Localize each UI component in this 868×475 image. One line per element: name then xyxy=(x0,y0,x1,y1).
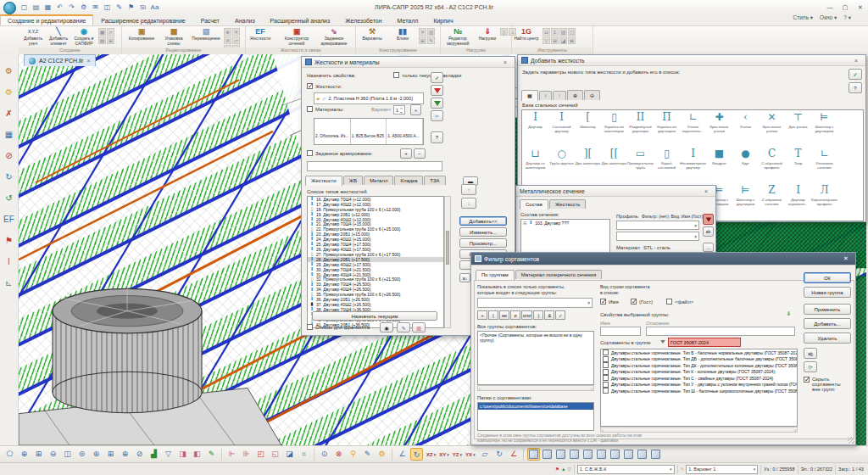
tab-steel-sections[interactable]: ▦ xyxy=(521,90,538,101)
element-flag-icon[interactable]: ⊪ xyxy=(240,448,253,461)
cut-button[interactable]: ✂ xyxy=(431,110,443,121)
entry-checkbox[interactable] xyxy=(603,369,609,375)
entry-checkbox[interactable] xyxy=(603,362,609,368)
add-from-base-button[interactable]: Добавить<< xyxy=(459,216,507,226)
operator-button[interactable]: ) xyxy=(533,310,543,320)
help-button[interactable]: ? xyxy=(849,82,862,93)
new-group-button[interactable]: Новая группа xyxy=(804,287,851,298)
section-type-cell[interactable]: Ι Несимметричный двутавр xyxy=(680,147,706,183)
loadcase-combo[interactable]: 1. Вариант 1▾ xyxy=(686,465,758,474)
cube-view-button[interactable] xyxy=(527,448,540,461)
variant-spinner[interactable]: 1⏶⏷ xyxy=(393,105,405,115)
entries-hscroll[interactable]: ‹› xyxy=(600,427,798,433)
zoom-out-icon[interactable]: ⊗ xyxy=(332,448,345,461)
quick-access-icon[interactable]: Si xyxy=(138,3,147,12)
filter-tab[interactable]: По группам xyxy=(476,270,515,280)
grid-select-icon[interactable]: ⊞ xyxy=(104,448,117,461)
section-type-cell[interactable]: ▭ Прямоугольная труба xyxy=(627,147,654,183)
quick-access-icon[interactable]: ⚙ xyxy=(79,3,88,12)
tab-ibeam-sections[interactable]: Ι xyxy=(539,91,553,100)
quick-access-icon[interactable]: ↶ xyxy=(55,3,64,12)
section-type-cell[interactable]: ∟ Уголковое сечение xyxy=(811,147,837,183)
stiffness-tab[interactable]: ТЗА xyxy=(424,176,445,185)
cube-view-button[interactable] xyxy=(568,448,581,461)
delete-group-button[interactable]: Удалить xyxy=(804,332,851,344)
filter-tab[interactable]: Материал поперечного сечения xyxy=(515,270,602,279)
preferences-icon[interactable]: ⚙ xyxy=(3,86,16,99)
cube-view-button[interactable] xyxy=(622,448,635,461)
profile-list-button[interactable]: ab xyxy=(703,226,714,237)
numbering-off-icon[interactable]: ✗ xyxy=(3,107,16,120)
material-cell[interactable]: 1. B25.Бетон B25 xyxy=(351,119,387,144)
confirm-button[interactable]: ✓ xyxy=(849,69,862,80)
filter-title-bar[interactable]: Фильтр сортаментов ✕ xyxy=(471,253,855,265)
quick-access-icon[interactable]: ↷ xyxy=(67,3,76,12)
operator-button[interactable]: и xyxy=(510,310,520,320)
preview-type-button[interactable]: Просмотр... xyxy=(459,238,507,248)
quick-access-icon[interactable]: ▤ xyxy=(31,3,41,12)
window-menu-item[interactable]: Окно ▾ xyxy=(820,14,837,21)
sort-button[interactable]: a↓ xyxy=(459,273,470,282)
delete-fragment-button[interactable]: ▥ xyxy=(412,322,426,332)
stiffness-display-icon[interactable]: EF xyxy=(3,213,16,226)
close-icon[interactable]: × xyxy=(499,59,511,65)
groups-list-item[interactable]: <Прочие (Сортаменты, которые не вошли ни… xyxy=(478,332,593,344)
deselect-icon[interactable]: ⊖ xyxy=(47,448,59,461)
mirror-icon[interactable]: ◪ xyxy=(283,448,296,461)
add-material-button[interactable]: + xyxy=(410,104,421,115)
entry-checkbox[interactable] xyxy=(603,375,609,381)
operator-button[interactable]: + xyxy=(477,310,487,320)
sortament-entry-row[interactable]: Двутавры стальные горячекатаные. Тип У -… xyxy=(601,382,797,388)
sortament-entry-row[interactable]: Двутавры стальные горячекатаные. Тип К -… xyxy=(601,369,797,376)
tree-item-label[interactable]: 103. Двутавр ??? xyxy=(535,221,569,226)
loads-button[interactable]: ⇓Нагрузки xyxy=(475,27,500,47)
projection-button[interactable]: YX▾ xyxy=(464,448,477,461)
assign-filter-button[interactable] xyxy=(431,85,443,96)
section-type-cell[interactable]: ● Круг xyxy=(732,147,759,183)
add-stiffness-title-bar[interactable]: Добавить жесткость × xyxy=(518,55,865,66)
projection-button[interactable]: XZ▾ xyxy=(425,448,437,461)
entry-checkbox[interactable] xyxy=(603,388,609,394)
section-display-icon[interactable]: Ι xyxy=(3,255,16,269)
perspective-frame-icon[interactable]: ⌗ xyxy=(298,448,310,461)
section-type-cell[interactable]: ⊨ Швеллер с двутавром xyxy=(811,110,837,147)
chart-icon[interactable]: ▟ xyxy=(147,448,160,461)
flag-status-icon[interactable]: ⚑ xyxy=(555,467,559,472)
section-type-cell[interactable]: ▯ Коробка из швеллеров xyxy=(601,110,627,147)
pencil-icon[interactable]: ✎ xyxy=(361,448,374,461)
rotate-cw-icon[interactable]: ↻ xyxy=(3,170,16,184)
select-by-stiffness-button[interactable] xyxy=(431,98,443,109)
stiffness-list-scrollbar[interactable] xyxy=(444,196,451,328)
stiffness-tab[interactable]: Кладка xyxy=(394,176,423,185)
profile-combo[interactable]: ▾ xyxy=(616,221,699,230)
group-name-field[interactable] xyxy=(600,327,641,336)
section-type-cell[interactable]: ⊤ Два уголка xyxy=(785,110,811,147)
entry-checkbox[interactable] xyxy=(603,382,609,388)
close-icon[interactable]: × xyxy=(850,58,862,64)
filter-button[interactable] xyxy=(703,214,714,225)
ribbon-tab[interactable]: Анализ xyxy=(227,15,263,25)
scrollbar-thumb[interactable] xyxy=(446,231,449,265)
operator-button[interactable]: & xyxy=(544,310,554,320)
folders-list[interactable]: c:\users\public\documents\liraservice\da… xyxy=(477,402,594,431)
operator-button[interactable]: не xyxy=(499,310,509,320)
rotate-ccw-icon[interactable]: ↺ xyxy=(3,192,16,205)
move-down-button[interactable]: ↓ xyxy=(461,198,476,209)
sort-asc-icon[interactable]: ⇩ xyxy=(787,310,791,316)
profile-combo-2[interactable]: ▾ xyxy=(616,232,699,241)
quick-access-icon[interactable]: ▦ xyxy=(43,3,53,12)
metal-tab[interactable]: Состав xyxy=(520,199,548,210)
section-constructor-button[interactable]: ▣Конструктор сечений xyxy=(281,27,312,47)
add-group-button[interactable]: Добавить... xyxy=(804,318,851,329)
minimize-button[interactable]: — xyxy=(822,2,837,13)
clock-select-icon[interactable]: ⊛ xyxy=(90,448,103,461)
measure-icon[interactable]: ⊾ xyxy=(3,277,16,290)
fragment-list-checkbox[interactable]: Список для фрагмента xyxy=(307,324,370,330)
section-type-cell[interactable]: ΙΙ Раздвинутые двутавры xyxy=(627,110,654,147)
cube-view-button[interactable] xyxy=(554,448,567,461)
assign-current-button[interactable]: Назначить текущим xyxy=(312,311,437,321)
entry-checkbox[interactable] xyxy=(603,356,609,362)
up-status-icon[interactable]: ▲ xyxy=(561,467,565,472)
stiffness-tab[interactable]: ЖБ xyxy=(343,176,363,185)
down-status-icon[interactable]: ▽ xyxy=(567,467,570,472)
